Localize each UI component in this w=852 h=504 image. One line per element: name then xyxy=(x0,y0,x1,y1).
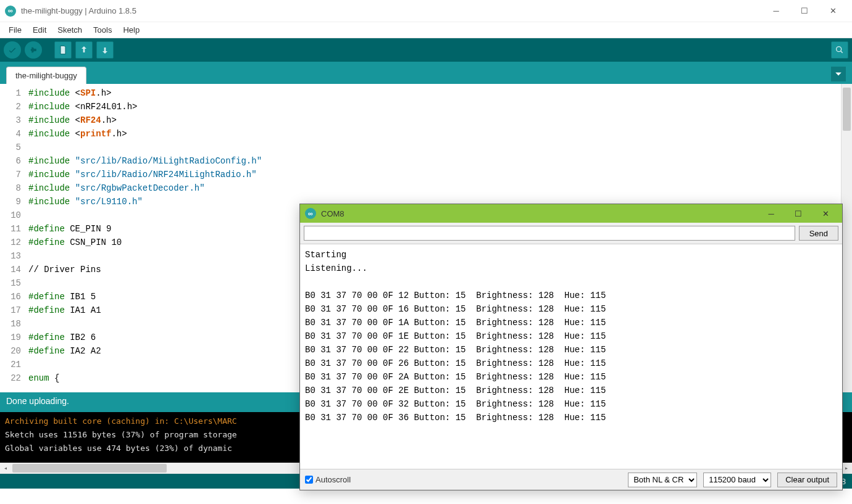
clear-output-button[interactable]: Clear output xyxy=(777,473,837,487)
line-gutter: 12345678910111213141516171819202122 xyxy=(0,84,25,392)
autoscroll-text: Autoscroll xyxy=(315,475,351,484)
menu-sketch[interactable]: Sketch xyxy=(52,24,87,36)
serial-output[interactable]: Starting Listening... B0 31 37 70 00 0F … xyxy=(300,244,842,469)
serial-titlebar[interactable]: COM8 ─ ☐ ✕ xyxy=(300,204,842,223)
tab-sketch[interactable]: the-milight-buggy xyxy=(6,67,86,84)
console-line-3: Global variables use 474 bytes (23%) of … xyxy=(5,444,237,453)
serial-close-button[interactable]: ✕ xyxy=(817,209,833,218)
status-text: Done uploading. xyxy=(6,396,69,406)
serial-bottom-bar: Autoscroll Both NL & CR 115200 baud Clea… xyxy=(300,469,842,490)
menu-file[interactable]: File xyxy=(4,24,27,36)
serial-monitor-window: COM8 ─ ☐ ✕ Send Starting Listening... B0… xyxy=(299,204,843,490)
maximize-button[interactable]: ☐ xyxy=(790,2,819,20)
arduino-icon xyxy=(5,6,16,17)
serial-title: COM8 xyxy=(321,209,345,218)
autoscroll-checkbox-label[interactable]: Autoscroll xyxy=(305,475,351,484)
tab-menu-caret[interactable] xyxy=(831,67,846,81)
menu-help[interactable]: Help xyxy=(118,24,144,36)
menubar: File Edit Sketch Tools Help xyxy=(0,22,852,38)
console-line-2: Sketch uses 11516 bytes (37%) of program… xyxy=(5,430,237,439)
tabbar: the-milight-buggy xyxy=(0,62,852,84)
verify-button[interactable] xyxy=(4,41,21,59)
scroll-thumb[interactable] xyxy=(843,88,851,131)
serial-input[interactable] xyxy=(304,226,795,241)
minimize-button[interactable]: ─ xyxy=(762,2,790,20)
serial-minimize-button[interactable]: ─ xyxy=(763,209,779,218)
window-title: the-milight-buggy | Arduino 1.8.5 xyxy=(21,6,136,15)
serial-maximize-button[interactable]: ☐ xyxy=(790,209,806,218)
close-button[interactable]: ✕ xyxy=(819,2,847,20)
autoscroll-checkbox[interactable] xyxy=(305,476,313,484)
serial-monitor-button[interactable] xyxy=(831,41,848,59)
baud-select[interactable]: 115200 baud xyxy=(703,473,771,487)
upload-button[interactable] xyxy=(25,41,42,59)
main-titlebar: the-milight-buggy | Arduino 1.8.5 ─ ☐ ✕ xyxy=(0,0,852,22)
line-ending-select[interactable]: Both NL & CR xyxy=(628,473,697,487)
console-line-1: Archiving built core (caching) in: C:\Us… xyxy=(5,416,237,426)
open-button[interactable] xyxy=(75,41,93,59)
arduino-icon xyxy=(305,208,316,219)
serial-send-button[interactable]: Send xyxy=(799,226,838,241)
menu-edit[interactable]: Edit xyxy=(28,24,51,36)
toolbar xyxy=(0,38,852,62)
new-button[interactable] xyxy=(54,41,72,59)
menu-tools[interactable]: Tools xyxy=(88,24,117,36)
serial-input-row: Send xyxy=(300,223,842,244)
save-button[interactable] xyxy=(96,41,114,59)
